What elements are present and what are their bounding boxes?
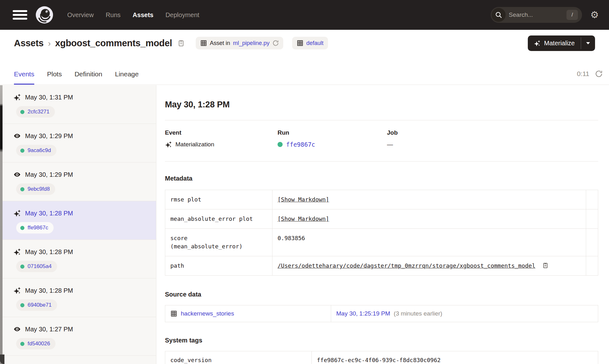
metadata-key: path [165,256,272,276]
run-id-link[interactable]: ffe9867c [286,141,315,148]
metadata-key: score (mean_absolute_error) [165,229,272,256]
table-row: score (mean_absolute_error) 0.983856 [165,229,598,256]
table-row: code_version ffe9867c-ec9c-4f06-939c-f8d… [165,351,598,364]
primary-nav: Overview Runs Assets Deployment [67,11,199,19]
table-row: rmse plot [Show Markdown] [165,190,598,209]
run-column: Run ffe9867c [278,129,387,148]
metadata-heading: Metadata [165,175,598,182]
run-id-link[interactable]: 071605a4 [28,263,52,270]
run-badge[interactable]: fd540026 [16,338,56,349]
run-id-link[interactable]: 9aca6c9d [28,147,51,154]
tab-events[interactable]: Events [14,70,34,85]
source-data-table: hackernews_stories May 30, 1:25:19 PM (3… [165,305,598,322]
source-timestamp-note: (3 minutes earlier) [394,310,442,317]
source-timestamp-link[interactable]: May 30, 1:25:19 PM [336,310,390,317]
code-location-pill[interactable]: default [292,37,328,49]
asset-file-link[interactable]: ml_pipeline.py [233,40,270,47]
event-timestamp: May 30, 1:29 PM [25,132,73,140]
source-asset-link[interactable]: hackernews_stories [181,310,234,317]
observation-eye-icon [13,325,21,333]
event-list-item[interactable]: May 30, 1:28 PM 6940be71 [0,278,156,317]
event-label: Event [165,129,278,136]
show-markdown-link[interactable]: [Show Markdown] [278,215,329,222]
run-label: Run [278,129,387,136]
event-list-item[interactable]: May 30, 1:29 PM 9aca6c9d [0,124,156,163]
top-nav-bar: Overview Runs Assets Deployment / ⚙ [0,0,609,30]
code-location-link: default [306,40,324,47]
nav-item-overview[interactable]: Overview [67,11,94,19]
search-shortcut-key: / [566,10,578,20]
run-status-dot [20,226,24,230]
observation-eye-icon [13,132,21,140]
event-list-item[interactable]: May 30, 1:28 PM 071605a4 [0,240,156,278]
asset-header-bar: Assets›xgboost_comments_model Asset in m… [0,30,609,56]
materialization-sparkle-icon [165,141,172,148]
sparkle-icon [534,40,540,47]
asset-location-pill: Asset in ml_pipeline.py [196,37,283,49]
event-timestamp: May 30, 1:28 PM [25,287,73,294]
run-status-dot [278,142,283,147]
materialization-sparkle-icon [13,287,21,294]
event-list-item[interactable]: May 30, 1:29 PM 9ebc9fd8 [0,163,156,201]
run-badge[interactable]: 071605a4 [16,261,57,272]
run-id-link[interactable]: 6940be71 [28,302,52,308]
asset-grid-icon [170,310,177,317]
run-status-dot [20,265,24,269]
materialize-dropdown-button[interactable] [581,35,595,51]
nav-item-deployment[interactable]: Deployment [166,11,200,19]
run-badge[interactable]: 9aca6c9d [16,145,56,156]
show-markdown-link[interactable]: [Show Markdown] [278,196,329,203]
metadata-key: rmse plot [165,190,272,209]
event-column: Event Materialization [165,129,278,148]
run-badge[interactable]: 6940be71 [16,299,57,311]
metadata-key: mean_absolute_error plot [165,209,272,229]
background-window-corner [0,354,4,364]
settings-gear-icon[interactable]: ⚙ [590,10,599,20]
metadata-table: rmse plot [Show Markdown] mean_absolute_… [165,190,598,276]
tag-key: code_version [165,351,312,364]
run-id-link[interactable]: 9ebc9fd8 [28,186,50,192]
tab-lineage[interactable]: Lineage [115,70,139,85]
chevron-down-icon [586,42,590,44]
page-title: xgboost_comments_model [55,38,172,48]
materialization-sparkle-icon [13,93,21,101]
run-badge[interactable]: 2cfc3271 [16,106,55,118]
run-id-link[interactable]: fd540026 [28,341,50,347]
event-timestamp: May 30, 1:27 PM [25,326,73,333]
menu-icon[interactable] [13,10,27,20]
table-row: path /Users/odetteharary/code/dagster/tm… [165,256,598,276]
event-list-item[interactable]: May 30, 1:27 PM fd540026 [0,317,156,356]
tag-value: ffe9867c-ec9c-4f06-939c-f8dc830c0962 [312,351,598,364]
copy-path-icon[interactable] [542,262,549,269]
job-label: Job [387,129,598,136]
search-input[interactable] [506,11,566,18]
materialize-split-button: Materialize [528,35,595,51]
nav-item-runs[interactable]: Runs [106,11,121,19]
run-status-dot [20,303,24,307]
observation-eye-icon [13,171,21,178]
path-link[interactable]: /Users/odetteharary/code/dagster/tmp_0mz… [278,262,535,269]
event-timestamp: May 30, 1:29 PM [25,171,73,178]
event-timestamp: May 30, 1:28 PM [25,248,73,256]
background-window-edge [0,85,3,364]
materialize-button[interactable]: Materialize [528,35,581,51]
search-bar[interactable]: / [491,7,582,23]
breadcrumb-assets-link[interactable]: Assets [14,38,43,48]
copy-asset-name-icon[interactable] [177,39,185,47]
run-id-link[interactable]: 2cfc3271 [28,109,49,115]
asset-tabs-bar: Events Plots Definition Lineage 0:11 [0,56,609,85]
reload-definitions-icon[interactable] [272,40,279,46]
metadata-value: 0.983856 [272,229,586,256]
run-badge[interactable]: ffe9867c [16,222,54,233]
nav-item-assets[interactable]: Assets [133,11,154,19]
run-badge[interactable]: 9ebc9fd8 [16,183,55,195]
tab-plots[interactable]: Plots [47,70,62,85]
refresh-icon[interactable] [595,70,603,78]
dagster-logo[interactable] [35,5,54,24]
tab-definition[interactable]: Definition [75,70,102,85]
run-id-link[interactable]: ffe9867c [28,225,48,231]
search-icon [492,8,506,22]
run-status-dot [20,149,24,153]
event-list-item[interactable]: May 30, 1:31 PM 2cfc3271 [0,85,156,124]
event-list-item-selected[interactable]: May 30, 1:28 PM ffe9867c [0,201,156,240]
